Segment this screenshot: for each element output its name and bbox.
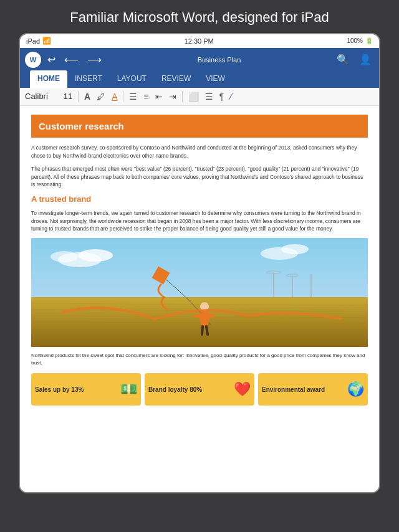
svg-line-21 <box>206 326 208 335</box>
font-size: 11 <box>62 92 74 101</box>
info-card-environment: Environmental award 🌍 <box>258 373 368 406</box>
loyalty-text: Brand loyalty 80% <box>148 386 202 394</box>
bullets-button[interactable]: ☰ <box>127 90 139 103</box>
svg-point-3 <box>50 251 78 262</box>
kite-field-image <box>31 238 368 347</box>
info-cards: Sales up by 13% 💵 Brand loyalty 80% ❤️ E… <box>31 373 368 406</box>
numbering-button[interactable]: ≡ <box>142 90 150 103</box>
status-right: 100% 🔋 <box>347 37 373 44</box>
word-logo: W <box>25 52 41 68</box>
word-tabs: HOME INSERT LAYOUT REVIEW VIEW <box>25 70 374 88</box>
svg-rect-6 <box>273 272 274 297</box>
decrease-indent-button[interactable]: ⇤ <box>153 90 165 103</box>
doc-para-2: The phrases that emerged most often were… <box>31 165 368 189</box>
heart-icon: ❤️ <box>234 379 251 399</box>
tab-view[interactable]: VIEW <box>198 70 233 88</box>
font-color-button[interactable]: A <box>110 90 119 103</box>
svg-line-20 <box>202 326 203 335</box>
undo-button[interactable]: ⟵ <box>62 52 81 67</box>
refresh-button[interactable]: ↩ <box>45 52 58 67</box>
word-toolbar: W ↩ ⟵ ⟶ Business Plan 🔍 👤 HOME INSERT LA… <box>20 48 379 88</box>
ipad-frame: iPad 📶 12:30 PM 100% 🔋 W ↩ ⟵ ⟶ Business … <box>19 33 380 493</box>
status-bar: iPad 📶 12:30 PM 100% 🔋 <box>20 34 379 48</box>
user-button[interactable]: 👤 <box>357 52 374 67</box>
align-center-button[interactable]: ☰ <box>203 90 215 103</box>
svg-rect-10 <box>310 274 312 297</box>
divider-2 <box>123 91 123 102</box>
tab-insert[interactable]: INSERT <box>67 70 110 88</box>
redo-button[interactable]: ⟶ <box>85 52 104 67</box>
ipad-label: iPad <box>26 37 40 45</box>
globe-icon: 🌍 <box>347 379 364 399</box>
tab-layout[interactable]: LAYOUT <box>110 70 154 88</box>
info-card-loyalty: Brand loyalty 80% ❤️ <box>145 373 254 406</box>
align-left-button[interactable]: ⬜ <box>186 90 201 103</box>
format-toolbar: Calibri 11 A 🖊 A ☰ ≡ ⇤ ⇥ ⬜ ☰ ¶ ∕ <box>20 88 379 106</box>
paragraph-button[interactable]: ¶ <box>218 90 226 103</box>
svg-rect-8 <box>292 275 293 297</box>
dollar-icon: 💵 <box>120 379 137 399</box>
svg-rect-11 <box>31 297 368 347</box>
doc-para-3: To investigate longer-term trends, we ag… <box>31 209 368 233</box>
svg-point-5 <box>281 244 309 254</box>
increase-indent-button[interactable]: ⇥ <box>167 90 178 103</box>
font-name: Calibri <box>25 92 59 101</box>
environment-text: Environmental award <box>262 386 325 394</box>
document-content: Customer research A customer research su… <box>20 106 379 492</box>
wifi-icon: 📶 <box>42 37 51 45</box>
toolbar-icons-row: W ↩ ⟵ ⟶ Business Plan 🔍 👤 <box>25 50 374 70</box>
font-style-button[interactable]: A <box>82 90 92 103</box>
highlight-button[interactable]: 🖊 <box>95 90 107 103</box>
customer-research-heading: Customer research <box>31 115 368 138</box>
page-title: Familiar Microsoft Word, designed for iP… <box>0 0 399 33</box>
svg-point-2 <box>78 249 113 262</box>
toolbar-right-icons: 🔍 👤 <box>334 52 374 67</box>
status-left: iPad 📶 <box>26 37 51 45</box>
trusted-brand-subheading: A trusted brand <box>31 194 368 206</box>
tab-review[interactable]: REVIEW <box>154 70 198 88</box>
status-time: 12:30 PM <box>185 37 214 45</box>
doc-caption: Northwind products hit the sweet spot th… <box>31 352 368 367</box>
info-card-sales: Sales up by 13% 💵 <box>31 373 141 406</box>
doc-title: Business Plan <box>195 55 244 65</box>
sales-text: Sales up by 13% <box>35 386 84 394</box>
divider-1 <box>78 91 79 102</box>
search-button[interactable]: 🔍 <box>334 52 352 67</box>
battery-icon: 🔋 <box>365 37 373 44</box>
word-logo-letter: W <box>30 56 36 64</box>
doc-para-1: A customer research survey, co-sponsored… <box>31 144 368 160</box>
battery-label: 100% <box>347 37 363 44</box>
style-button[interactable]: ∕ <box>228 90 233 103</box>
divider-3 <box>182 91 183 102</box>
tab-home[interactable]: HOME <box>30 70 67 88</box>
